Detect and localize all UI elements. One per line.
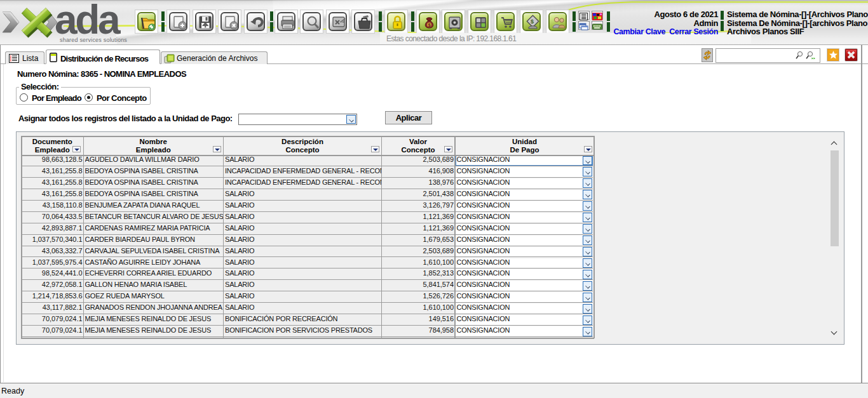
svg-text:shared services solutions: shared services solutions: [60, 37, 127, 43]
svg-text:$: $: [531, 18, 534, 25]
svg-text:$: $: [428, 23, 430, 28]
